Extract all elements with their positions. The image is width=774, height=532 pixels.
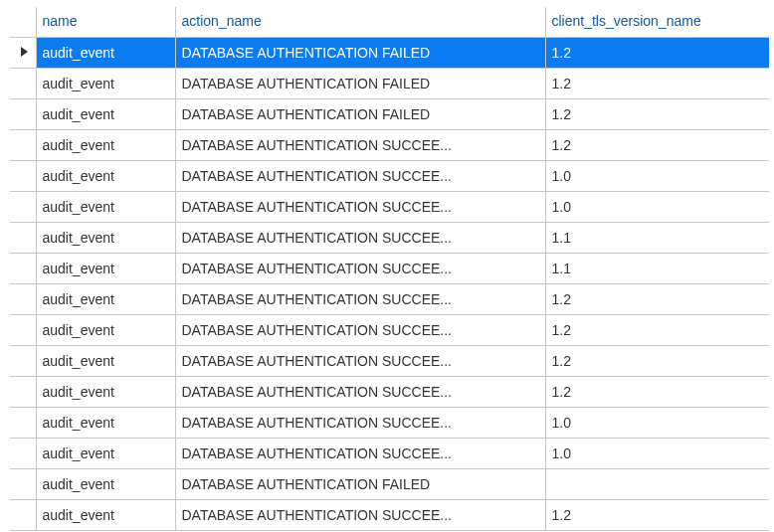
cell-action-name[interactable]: DATABASE AUTHENTICATION SUCCEE... (175, 500, 545, 531)
cell-action-name[interactable]: DATABASE AUTHENTICATION SUCCEE... (175, 439, 545, 469)
row-indicator-cell (10, 315, 36, 346)
column-header-client-tls-version-name[interactable]: client_tls_version_name (545, 7, 769, 38)
table-row[interactable]: audit_eventDATABASE AUTHENTICATION SUCCE… (10, 254, 769, 284)
results-table: name action_name client_tls_version_name… (10, 7, 769, 531)
table-row[interactable]: audit_eventDATABASE AUTHENTICATION FAILE… (10, 38, 769, 69)
table-row[interactable]: audit_eventDATABASE AUTHENTICATION SUCCE… (10, 130, 769, 161)
cell-name[interactable]: audit_event (36, 284, 175, 315)
table-row[interactable]: audit_eventDATABASE AUTHENTICATION FAILE… (10, 69, 769, 99)
row-indicator-cell (10, 99, 36, 130)
cell-name[interactable]: audit_event (36, 315, 175, 346)
cell-client-tls-version-name[interactable]: 1.1 (545, 223, 769, 254)
table-row[interactable]: audit_eventDATABASE AUTHENTICATION SUCCE… (10, 161, 769, 192)
current-row-indicator-icon (21, 47, 28, 57)
cell-name[interactable]: audit_event (36, 500, 175, 531)
row-indicator-cell (10, 408, 36, 439)
header-row: name action_name client_tls_version_name (10, 7, 769, 38)
table-row[interactable]: audit_eventDATABASE AUTHENTICATION SUCCE… (10, 192, 769, 223)
cell-name[interactable]: audit_event (36, 408, 175, 439)
cell-name[interactable]: audit_event (36, 439, 175, 469)
cell-client-tls-version-name[interactable]: 1.0 (545, 161, 769, 192)
row-indicator-cell (10, 377, 36, 408)
cell-client-tls-version-name[interactable]: 1.2 (545, 284, 769, 315)
cell-client-tls-version-name[interactable]: 1.2 (545, 99, 769, 130)
cell-action-name[interactable]: DATABASE AUTHENTICATION FAILED (175, 38, 545, 69)
results-grid[interactable]: name action_name client_tls_version_name… (0, 0, 774, 531)
cell-name[interactable]: audit_event (36, 469, 175, 500)
cell-name[interactable]: audit_event (36, 223, 175, 254)
cell-action-name[interactable]: DATABASE AUTHENTICATION SUCCEE... (175, 315, 545, 346)
cell-name[interactable]: audit_event (36, 346, 175, 377)
cell-action-name[interactable]: DATABASE AUTHENTICATION SUCCEE... (175, 130, 545, 161)
cell-client-tls-version-name[interactable]: 1.0 (545, 439, 769, 469)
cell-action-name[interactable]: DATABASE AUTHENTICATION SUCCEE... (175, 223, 545, 254)
cell-name[interactable]: audit_event (36, 69, 175, 99)
table-row[interactable]: audit_eventDATABASE AUTHENTICATION SUCCE… (10, 223, 769, 254)
cell-action-name[interactable]: DATABASE AUTHENTICATION SUCCEE... (175, 192, 545, 223)
cell-client-tls-version-name[interactable]: 1.1 (545, 254, 769, 284)
row-indicator-cell (10, 223, 36, 254)
row-indicator-cell (10, 69, 36, 99)
cell-action-name[interactable]: DATABASE AUTHENTICATION FAILED (175, 99, 545, 130)
table-row[interactable]: audit_eventDATABASE AUTHENTICATION SUCCE… (10, 500, 769, 531)
cell-client-tls-version-name[interactable]: 1.2 (545, 500, 769, 531)
cell-action-name[interactable]: DATABASE AUTHENTICATION SUCCEE... (175, 284, 545, 315)
row-indicator-cell (10, 469, 36, 500)
cell-name[interactable]: audit_event (36, 38, 175, 69)
row-indicator-cell (10, 254, 36, 284)
row-indicator-header (10, 7, 36, 38)
row-indicator-cell (10, 130, 36, 161)
table-row[interactable]: audit_eventDATABASE AUTHENTICATION FAILE… (10, 469, 769, 500)
row-indicator-cell (10, 439, 36, 469)
column-header-name[interactable]: name (36, 7, 175, 38)
cell-name[interactable]: audit_event (36, 130, 175, 161)
cell-client-tls-version-name[interactable]: 1.0 (545, 192, 769, 223)
cell-action-name[interactable]: DATABASE AUTHENTICATION FAILED (175, 469, 545, 500)
cell-client-tls-version-name[interactable]: 1.2 (545, 130, 769, 161)
row-indicator-cell (10, 161, 36, 192)
cell-client-tls-version-name[interactable]: 1.2 (545, 38, 769, 69)
table-row[interactable]: audit_eventDATABASE AUTHENTICATION FAILE… (10, 99, 769, 130)
cell-client-tls-version-name[interactable]: 1.0 (545, 408, 769, 439)
table-row[interactable]: audit_eventDATABASE AUTHENTICATION SUCCE… (10, 284, 769, 315)
row-indicator-cell (10, 284, 36, 315)
table-row[interactable]: audit_eventDATABASE AUTHENTICATION SUCCE… (10, 408, 769, 439)
row-indicator-cell (10, 38, 36, 69)
row-indicator-cell (10, 500, 36, 531)
cell-name[interactable]: audit_event (36, 161, 175, 192)
cell-action-name[interactable]: DATABASE AUTHENTICATION SUCCEE... (175, 161, 545, 192)
cell-name[interactable]: audit_event (36, 192, 175, 223)
cell-action-name[interactable]: DATABASE AUTHENTICATION SUCCEE... (175, 408, 545, 439)
cell-client-tls-version-name[interactable]: 1.2 (545, 377, 769, 408)
cell-action-name[interactable]: DATABASE AUTHENTICATION FAILED (175, 69, 545, 99)
column-header-action-name[interactable]: action_name (175, 7, 545, 38)
row-indicator-cell (10, 192, 36, 223)
cell-action-name[interactable]: DATABASE AUTHENTICATION SUCCEE... (175, 377, 545, 408)
cell-client-tls-version-name[interactable]: 1.2 (545, 346, 769, 377)
cell-name[interactable]: audit_event (36, 99, 175, 130)
cell-name[interactable]: audit_event (36, 377, 175, 408)
table-row[interactable]: audit_eventDATABASE AUTHENTICATION SUCCE… (10, 439, 769, 469)
cell-action-name[interactable]: DATABASE AUTHENTICATION SUCCEE... (175, 254, 545, 284)
cell-name[interactable]: audit_event (36, 254, 175, 284)
cell-client-tls-version-name[interactable]: 1.2 (545, 315, 769, 346)
row-indicator-cell (10, 346, 36, 377)
table-row[interactable]: audit_eventDATABASE AUTHENTICATION SUCCE… (10, 377, 769, 408)
cell-client-tls-version-name[interactable]: 1.2 (545, 69, 769, 99)
cell-action-name[interactable]: DATABASE AUTHENTICATION SUCCEE... (175, 346, 545, 377)
table-row[interactable]: audit_eventDATABASE AUTHENTICATION SUCCE… (10, 315, 769, 346)
table-row[interactable]: audit_eventDATABASE AUTHENTICATION SUCCE… (10, 346, 769, 377)
cell-client-tls-version-name[interactable] (545, 469, 769, 500)
